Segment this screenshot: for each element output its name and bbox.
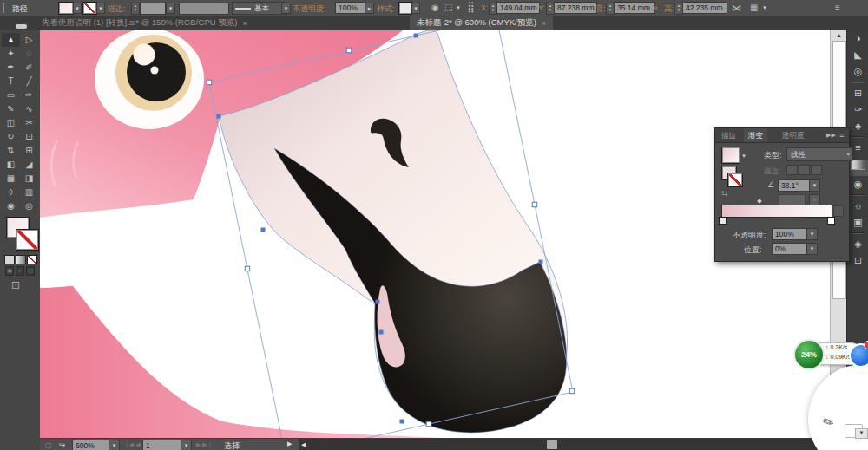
stroke-weight-stepper[interactable]: ▴▾	[131, 3, 140, 15]
selection-tool[interactable]: ▲	[2, 33, 20, 47]
free-transform-tool[interactable]: ⊡	[20, 130, 38, 144]
screen-mode-icon[interactable]: ⊡	[11, 280, 20, 290]
paintbrush-tool[interactable]: ✑	[20, 88, 38, 102]
rotate-tool[interactable]: ↻	[2, 130, 20, 144]
stroke-gradient-across[interactable]	[811, 165, 822, 175]
type-tool[interactable]: T	[2, 75, 20, 88]
magic-wand-tool[interactable]: ✦	[2, 47, 20, 61]
select-similar-icon[interactable]: ⬚	[444, 3, 452, 13]
appearance-panel-icon[interactable]: ☼	[847, 198, 868, 214]
window-icon[interactable]: ▢	[45, 440, 52, 450]
style-arrow[interactable]: ▾	[411, 3, 420, 14]
pencil-tool[interactable]: ✎	[2, 102, 20, 116]
gradient-button[interactable]	[16, 255, 26, 264]
pen-tool[interactable]: ✒	[2, 61, 20, 75]
stroke-gradient-along[interactable]	[799, 165, 810, 175]
lasso-tool[interactable]: ◌	[20, 47, 38, 61]
direct-selection-tool[interactable]: ▷	[20, 33, 38, 47]
gradient-panel-icon[interactable]	[847, 160, 868, 176]
gradient-opacity-field[interactable]: 100%	[772, 228, 810, 240]
hand-tool[interactable]: ◉	[2, 199, 20, 213]
select-similar-arrow[interactable]: ▾	[455, 3, 462, 12]
gradient-stop-right[interactable]	[827, 217, 835, 225]
artboard-canvas[interactable]	[40, 30, 830, 438]
zoom-dropdown-arrow[interactable]: ▾	[108, 440, 120, 450]
close-icon[interactable]: ×	[542, 19, 546, 28]
gradient-thumbnail[interactable]	[721, 147, 740, 164]
draw-inside-mode[interactable]: ▢	[26, 266, 35, 276]
reverse-gradient-icon[interactable]: ⇆	[721, 189, 728, 198]
graph-tool[interactable]: ▥	[20, 186, 38, 199]
gradient-opacity-arrow[interactable]: ▾	[806, 228, 818, 240]
tab-gradient[interactable]: 渐变	[744, 128, 767, 142]
control-panel-menu-icon[interactable]: ≡	[835, 3, 840, 13]
location-arrow[interactable]: ▾	[806, 243, 818, 255]
recolor-artwork-icon[interactable]: ◎	[847, 63, 868, 80]
panel-menu-icon[interactable]: ≡	[839, 131, 844, 140]
opacity-arrow[interactable]: ▸	[365, 3, 374, 14]
tab-stroke[interactable]: 描边	[717, 128, 740, 142]
artboard-dropdown-arrow[interactable]: ▾	[181, 440, 192, 450]
angle-field[interactable]: 38.1°	[778, 179, 811, 192]
perspective-grid-tool[interactable]: ⊞	[20, 144, 38, 158]
style-swatch[interactable]	[398, 2, 412, 15]
gradient-tool[interactable]: ◨	[20, 172, 38, 186]
export-icon[interactable]: ↪	[59, 440, 66, 450]
tab-document-1[interactable]: 先看使用说明 (1) [转换].ai* @ 150% (RGB/GPU 预览) …	[35, 16, 254, 30]
location-field[interactable]: 0%	[772, 243, 810, 255]
artboards-panel-icon[interactable]: ⊡	[847, 252, 868, 269]
curvature-tool[interactable]: ✐	[20, 61, 38, 75]
network-usage-badge[interactable]: 24%	[793, 339, 825, 370]
angle-dropdown-arrow[interactable]: ▾	[809, 179, 820, 192]
reference-point-locator[interactable]: ⣿	[467, 2, 475, 13]
transform-options-icon[interactable]: ▦	[750, 3, 758, 13]
zoom-level-field[interactable]: 600%	[72, 440, 110, 450]
horizontal-scrollbar[interactable]: ◀ ▶	[299, 439, 859, 450]
line-tool[interactable]: ╱	[20, 75, 38, 88]
panel-expand-icon[interactable]: ▶	[287, 440, 292, 447]
gradient-stop-left[interactable]	[719, 217, 727, 225]
variable-width-profile[interactable]	[179, 3, 229, 15]
width-tool[interactable]: ⇅	[2, 144, 20, 158]
first-artboard-icon[interactable]: ❘◀ ◀	[124, 441, 141, 448]
artboard-navigation-field[interactable]: 1	[142, 440, 184, 450]
tab-transparency[interactable]: 透明度	[778, 128, 809, 142]
collapse-panel-icon[interactable]: ▶▶	[826, 132, 836, 139]
perspective-selection-tool[interactable]: ◢	[20, 158, 38, 172]
scroll-left-icon[interactable]: ◀	[301, 441, 306, 448]
fill-dropdown-icon[interactable]: ▾	[73, 3, 82, 14]
stroke-indicator[interactable]	[727, 173, 743, 187]
stroke-color-swatch[interactable]	[16, 229, 39, 251]
gradient-thumbnail-arrow[interactable]: ▾	[740, 151, 747, 160]
eraser-tool[interactable]: ◫	[2, 116, 20, 130]
color-guide-panel-icon[interactable]: ◣	[847, 47, 868, 63]
shear-icon[interactable]: ⋈	[732, 3, 741, 13]
y-field[interactable]: 87.238 mm	[554, 2, 597, 14]
graphic-styles-panel-icon[interactable]: ▣	[847, 214, 868, 231]
tab-document-2-active[interactable]: 未标题-2* @ 600% (CMYK/预览) ×	[410, 16, 553, 30]
last-artboard-icon[interactable]: ▶ ▶❘	[196, 441, 213, 448]
height-field[interactable]: 42.235 mm	[682, 2, 727, 14]
transform-options-arrow[interactable]: ▾	[761, 3, 768, 12]
gradient-slider[interactable]	[721, 205, 832, 218]
recolor-artwork-icon[interactable]: ◉	[431, 3, 439, 13]
stroke-gradient-within[interactable]	[786, 165, 798, 175]
gradient-midpoint-marker[interactable]	[757, 199, 762, 204]
scissors-tool[interactable]: ✂	[20, 116, 38, 130]
swatches-panel-icon[interactable]: ⊞	[847, 85, 868, 101]
x-field[interactable]: 149.04 mm	[496, 2, 540, 14]
draw-behind-mode[interactable]: ◐	[16, 266, 24, 276]
color-button[interactable]	[4, 255, 15, 264]
close-icon[interactable]: ×	[243, 19, 247, 28]
delete-stop-button[interactable]	[833, 205, 844, 217]
layers-panel-icon[interactable]: ◈	[847, 236, 868, 252]
width-field[interactable]: 35.14 mm	[614, 2, 655, 14]
opacity-field[interactable]: 100%	[335, 2, 366, 14]
stroke-weight-field[interactable]	[140, 3, 166, 15]
stroke-dropdown-icon[interactable]: ▾	[96, 3, 105, 14]
brush-definition-dropdown[interactable]: 基本	[232, 2, 286, 15]
scroll-up-icon[interactable]: ▲	[831, 30, 847, 40]
link-dimensions-icon[interactable]: ∞	[652, 3, 657, 13]
stroke-swatch[interactable]	[82, 2, 97, 15]
color-panel-icon[interactable]: ◑	[847, 30, 868, 47]
